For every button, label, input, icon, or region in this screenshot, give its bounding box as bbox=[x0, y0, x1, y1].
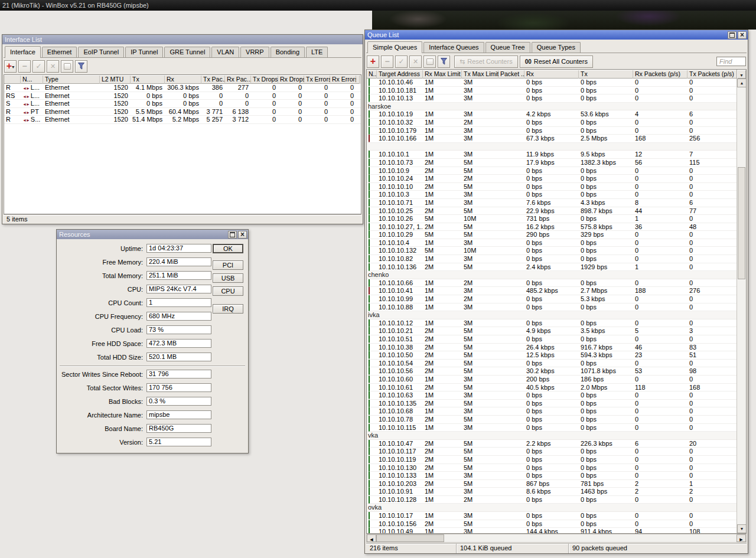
column-header-tx[interactable]: Tx bbox=[579, 70, 633, 79]
cpu-button[interactable]: CPU bbox=[213, 286, 243, 296]
remove-button[interactable] bbox=[18, 60, 31, 73]
queue-row[interactable]: 10.10.10.1325M10M0 bps0 bps00 bbox=[367, 247, 737, 255]
close-button[interactable] bbox=[238, 231, 247, 239]
scroll-right-button[interactable] bbox=[737, 534, 746, 542]
queue-row[interactable]: 10.10.10.542M5M0 bps0 bps00 bbox=[367, 360, 737, 368]
queue-tab-queue-types[interactable]: Queue Types bbox=[532, 42, 581, 53]
queue-row[interactable]: 10.10.10.295M5M290 bps329 bps00 bbox=[367, 231, 737, 239]
queue-row[interactable]: 10.10.10.732M5M17.9 kbps1382.3 kbps56115 bbox=[367, 159, 737, 167]
comment-row[interactable]: harskoe bbox=[367, 103, 737, 111]
queue-row[interactable]: 10.10.10.2032M5M867 bps781 bps21 bbox=[367, 480, 737, 488]
column-header-n[interactable]: N... bbox=[21, 75, 43, 84]
column-header-n[interactable]: N.. bbox=[367, 70, 377, 79]
scroll-left-button[interactable] bbox=[367, 534, 376, 542]
maximize-button[interactable] bbox=[728, 31, 737, 39]
interface-tab-lte[interactable]: LTE bbox=[306, 47, 328, 57]
comment-row[interactable] bbox=[367, 143, 737, 151]
column-header-item[interactable] bbox=[4, 75, 21, 84]
queue-row[interactable]: 10.10.10.681M3M0 bps0 bps00 bbox=[367, 407, 737, 416]
column-header-tx[interactable]: Tx bbox=[131, 75, 165, 84]
queue-tab-queue-tree[interactable]: Queue Tree bbox=[485, 42, 530, 53]
scroll-up-button[interactable] bbox=[737, 79, 747, 87]
queue-row[interactable]: 10.10.10.612M5M40.5 kbps2.0 Mbps118168 bbox=[367, 384, 737, 392]
comment-button[interactable] bbox=[61, 60, 73, 73]
queue-row[interactable]: 10.10.10.782M5M0 bps0 bps00 bbox=[367, 416, 737, 424]
queue-row[interactable]: 10.10.10.1172M5M0 bps0 bps00 bbox=[367, 448, 737, 456]
queue-row[interactable]: 10.10.10.411M3M485.2 kbps2.7 Mbps188276 bbox=[367, 287, 737, 295]
add-button[interactable] bbox=[4, 60, 17, 73]
queue-row[interactable]: 10.10.10.171M3M0 bps0 bps00 bbox=[367, 512, 737, 520]
pci-button[interactable]: PCI bbox=[213, 260, 243, 270]
column-header-type[interactable]: Type bbox=[43, 75, 100, 84]
queue-row[interactable]: 10.10.10.321M2M0 bps0 bps00 bbox=[367, 119, 737, 127]
queue-row[interactable]: 10.10.10.502M5M12.5 kbps594.3 kbps2351 bbox=[367, 351, 737, 360]
reset-all-counters-button[interactable]: 00 Reset All Counters bbox=[520, 56, 593, 68]
column-header-l2-mtu[interactable]: L2 MTU bbox=[100, 75, 131, 84]
comment-row[interactable]: vka bbox=[367, 432, 737, 440]
comment-row[interactable]: ivka bbox=[367, 311, 737, 319]
queue-row[interactable]: 10.10.10.1281M2M0 bps0 bps00 bbox=[367, 496, 737, 504]
comment-button[interactable] bbox=[423, 56, 436, 68]
column-header-rx-pac[interactable]: Rx Pac... bbox=[225, 75, 251, 84]
table-row[interactable]: SL...Ethernet15200 bps0 bps000000 bbox=[4, 100, 361, 108]
queue-row[interactable]: 10.10.10.1192M5M0 bps0 bps00 bbox=[367, 456, 737, 464]
queue-row[interactable]: 10.10.10.1562M5M0 bps0 bps00 bbox=[367, 520, 737, 528]
queue-row[interactable]: 10.10.10.212M5M4.9 kbps3.5 kbps53 bbox=[367, 327, 737, 335]
filter-button[interactable] bbox=[75, 60, 87, 73]
field-value-total-sector-writes[interactable]: 170 756 bbox=[146, 383, 211, 392]
scroll-down-button[interactable] bbox=[737, 524, 747, 533]
field-value-cpu-frequency[interactable]: 680 MHz bbox=[146, 312, 211, 321]
find-input[interactable] bbox=[716, 57, 746, 66]
add-button[interactable] bbox=[367, 56, 379, 68]
queue-list-titlebar[interactable]: Queue List bbox=[365, 30, 748, 40]
scrollbar-thumb[interactable] bbox=[738, 167, 745, 279]
column-header-tx-packets-p-s[interactable]: Tx Packets (p/s) bbox=[687, 70, 740, 79]
field-value-total-memory[interactable]: 251.1 MiB bbox=[146, 271, 211, 280]
column-header-rx-errors[interactable]: Rx Errors bbox=[330, 75, 356, 84]
queue-row[interactable]: 10.10.10.382M5M26.4 kbps916.7 kbps4683 bbox=[367, 344, 737, 352]
field-value-cpu[interactable]: MIPS 24Kc V7.4 bbox=[146, 285, 211, 293]
column-select-button[interactable] bbox=[737, 70, 746, 79]
field-value-uptime[interactable]: 1d 04:23:37 bbox=[146, 244, 211, 253]
column-header-tx-pac[interactable]: Tx Pac... bbox=[201, 75, 225, 84]
queue-row[interactable]: 10.10.10.92M5M0 bps0 bps00 bbox=[367, 167, 737, 175]
interface-tab-gre-tunnel[interactable]: GRE Tunnel bbox=[164, 47, 210, 57]
queue-row[interactable]: 10.10.10.821M3M0 bps0 bps00 bbox=[367, 255, 737, 263]
scrollbar-thumb[interactable] bbox=[376, 534, 444, 542]
table-row[interactable]: RSL...Ethernet15200 bps0 bps000000 bbox=[4, 92, 361, 100]
queue-row[interactable]: 10.10.10.911M3M8.6 kbps1463 bps22 bbox=[367, 488, 737, 496]
column-header-tx-max-limit[interactable]: Tx Max Limit bbox=[462, 70, 498, 79]
queue-row[interactable]: 10.10.10.131M3M0 bps0 bps00 bbox=[367, 94, 737, 103]
reset-counters-button[interactable]: Reset Counters bbox=[454, 56, 518, 68]
interface-tab-ip-tunnel[interactable]: IP Tunnel bbox=[125, 47, 163, 57]
queue-row[interactable]: 10.10.10.711M3M7.6 kbps4.3 kbps86 bbox=[367, 199, 737, 207]
comment-row[interactable]: ovka bbox=[367, 504, 737, 512]
close-button[interactable] bbox=[738, 31, 747, 39]
table-row[interactable]: RL...Ethernet15204.1 Mbps306.3 kbps38627… bbox=[4, 84, 361, 92]
column-header-tx-drops[interactable]: Tx Drops bbox=[251, 75, 278, 84]
queue-row[interactable]: 10.10.10.265M10M731 bps0 bps10 bbox=[367, 215, 737, 223]
comment-row[interactable]: chenko bbox=[367, 271, 737, 279]
field-value-total-hdd-size[interactable]: 520.1 MB bbox=[146, 353, 211, 361]
column-header-rx-packets-p-s[interactable]: Rx Packets (p/s) bbox=[633, 70, 687, 79]
column-header-packet[interactable]: Packet ... bbox=[498, 70, 524, 79]
queue-row[interactable]: 10.10.10.491M3M144.4 kbps911.4 kbps94108 bbox=[367, 528, 737, 533]
irq-button[interactable]: IRQ bbox=[213, 304, 243, 314]
queue-row[interactable]: 10.10.10.601M3M200 bps186 bps00 bbox=[367, 376, 737, 384]
interface-tab-ethernet[interactable]: Ethernet bbox=[42, 47, 77, 57]
queue-row[interactable]: 10.10.10.11M3M11.9 kbps9.5 kbps127 bbox=[367, 151, 737, 159]
table-row[interactable]: RS...Ethernet152051.4 Mbps5.2 Mbps5 2573… bbox=[4, 116, 361, 124]
field-value-cpu-count[interactable]: 1 bbox=[146, 298, 211, 307]
queue-row[interactable]: 10.10.10.1302M5M0 bps0 bps00 bbox=[367, 464, 737, 472]
queue-row[interactable]: 10.10.10.191M3M4.2 kbps53.6 kbps46 bbox=[367, 110, 737, 119]
interface-tab-eoip-tunnel[interactable]: EoIP Tunnel bbox=[78, 47, 124, 57]
maximize-button[interactable] bbox=[228, 231, 237, 239]
queue-row[interactable]: 10.10.10.252M5M22.9 kbps898.7 kbps4477 bbox=[367, 207, 737, 216]
field-value-board-name[interactable]: RB450G bbox=[146, 424, 211, 433]
queue-row[interactable]: 10.10.10.41M3M0 bps0 bps00 bbox=[367, 239, 737, 247]
resources-titlebar[interactable]: Resources bbox=[57, 230, 248, 239]
field-value-architecture-name[interactable]: mipsbe bbox=[146, 410, 211, 419]
field-value-sector-writes-since-reboot[interactable]: 31 796 bbox=[146, 370, 211, 378]
interface-tab-bonding[interactable]: Bonding bbox=[271, 47, 305, 57]
field-value-free-memory[interactable]: 220.4 MiB bbox=[146, 257, 211, 266]
